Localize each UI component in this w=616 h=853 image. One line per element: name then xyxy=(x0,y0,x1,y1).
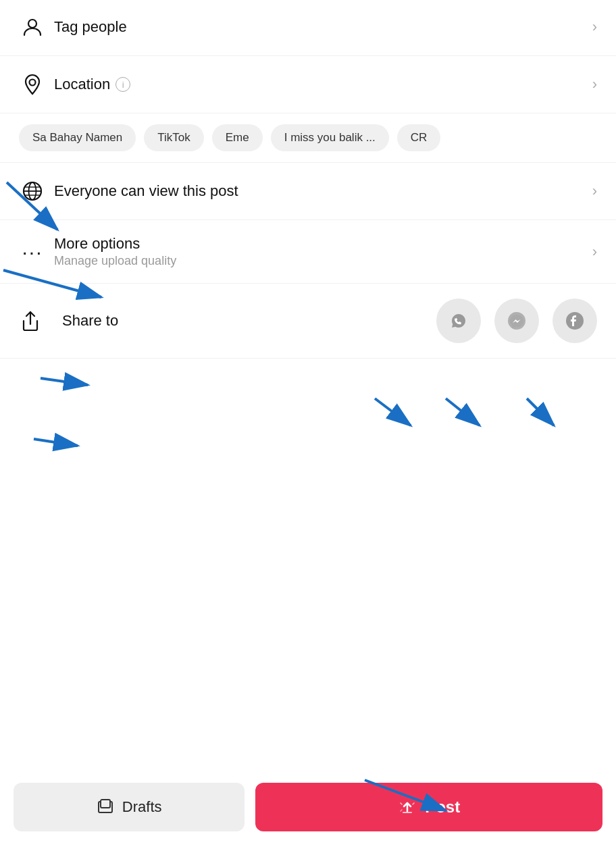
svg-point-1 xyxy=(30,80,36,86)
tag-people-chevron: › xyxy=(592,18,597,36)
chip-eme[interactable]: Eme xyxy=(212,124,263,151)
location-info-badge: i xyxy=(116,77,130,92)
messenger-button[interactable] xyxy=(494,299,539,343)
more-options-content: More options Manage upload quality xyxy=(54,235,587,268)
svg-point-0 xyxy=(28,20,36,28)
svg-line-15 xyxy=(401,803,402,804)
chip-tiktok[interactable]: TikTok xyxy=(144,124,204,151)
tag-people-label: Tag people xyxy=(54,18,127,35)
location-row[interactable]: Location i › xyxy=(0,56,616,113)
post-label: Post xyxy=(425,798,460,817)
post-button[interactable]: Post xyxy=(255,783,602,831)
drafts-button[interactable]: Drafts xyxy=(14,783,245,831)
visibility-content: Everyone can view this post xyxy=(54,182,587,200)
drafts-icon xyxy=(97,798,114,816)
location-chevron: › xyxy=(592,76,597,93)
more-options-label: More options xyxy=(54,235,587,253)
whatsapp-button[interactable] xyxy=(436,299,481,343)
spacer xyxy=(0,359,616,629)
chip-miss-you[interactable]: I miss you balik ... xyxy=(271,124,389,151)
more-options-chevron: › xyxy=(592,243,597,261)
facebook-button[interactable] xyxy=(553,299,597,343)
post-icon xyxy=(398,798,417,817)
share-buttons xyxy=(436,299,597,343)
tag-people-content: Tag people xyxy=(54,18,587,36)
globe-icon xyxy=(19,178,46,205)
location-label: Location xyxy=(54,76,110,93)
visibility-chevron: › xyxy=(592,182,597,200)
share-icon xyxy=(19,309,54,332)
tag-people-row[interactable]: Tag people › xyxy=(0,0,616,56)
location-content: Location i xyxy=(54,76,587,93)
visibility-label: Everyone can view this post xyxy=(54,182,238,199)
svg-line-17 xyxy=(401,810,402,811)
person-icon xyxy=(19,14,46,41)
more-options-sublabel: Manage upload quality xyxy=(54,254,587,268)
more-options-row[interactable]: ··· More options Manage upload quality › xyxy=(0,220,616,284)
more-options-icon: ··· xyxy=(19,238,46,265)
chip-sa-bahay[interactable]: Sa Bahay Namen xyxy=(19,124,136,151)
chips-row: Sa Bahay Namen TikTok Eme I miss you bal… xyxy=(0,113,616,163)
bottom-bar: Drafts Post xyxy=(0,769,616,853)
chip-cr[interactable]: CR xyxy=(397,124,441,151)
svg-line-16 xyxy=(413,803,414,804)
location-icon xyxy=(19,71,46,98)
drafts-label: Drafts xyxy=(122,798,162,816)
visibility-row[interactable]: Everyone can view this post › xyxy=(0,163,616,220)
share-label: Share to xyxy=(62,312,436,330)
share-row: Share to xyxy=(0,284,616,359)
svg-rect-12 xyxy=(101,800,110,808)
